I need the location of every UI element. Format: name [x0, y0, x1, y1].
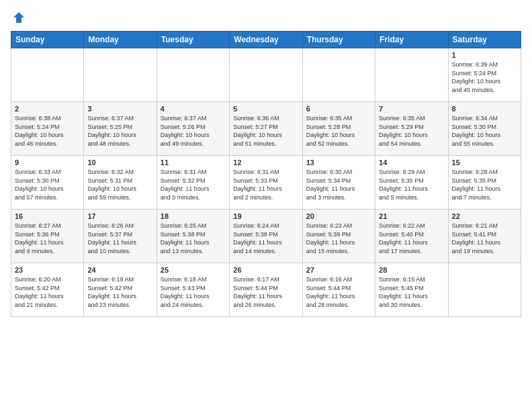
day-info: Sunrise: 6:16 AM Sunset: 5:44 PM Dayligh…	[306, 275, 371, 309]
calendar-week-row: 16Sunrise: 6:27 AM Sunset: 5:36 PM Dayli…	[11, 210, 521, 263]
day-info: Sunrise: 6:26 AM Sunset: 5:37 PM Dayligh…	[87, 222, 152, 255]
day-info: Sunrise: 6:29 AM Sunset: 5:35 PM Dayligh…	[379, 168, 444, 201]
day-number: 24	[87, 266, 152, 274]
day-number: 8	[452, 105, 517, 113]
day-number: 12	[233, 158, 298, 167]
day-number: 4	[161, 105, 226, 113]
calendar-cell: 11Sunrise: 6:31 AM Sunset: 5:32 PM Dayli…	[157, 156, 229, 210]
calendar-cell: 1Sunrise: 6:39 AM Sunset: 5:24 PM Daylig…	[448, 48, 521, 102]
calendar-cell: 5Sunrise: 6:36 AM Sunset: 5:27 PM Daylig…	[230, 102, 302, 156]
calendar-cell	[84, 48, 157, 102]
day-info: Sunrise: 6:31 AM Sunset: 5:33 PM Dayligh…	[233, 168, 298, 201]
day-info: Sunrise: 6:18 AM Sunset: 5:43 PM Dayligh…	[161, 275, 226, 309]
calendar-cell: 23Sunrise: 6:20 AM Sunset: 5:42 PM Dayli…	[11, 263, 84, 317]
calendar-cell: 13Sunrise: 6:30 AM Sunset: 5:34 PM Dayli…	[302, 156, 375, 210]
calendar-cell: 16Sunrise: 6:27 AM Sunset: 5:36 PM Dayli…	[11, 210, 84, 263]
day-number: 20	[306, 212, 371, 220]
calendar-table: SundayMondayTuesdayWednesdayThursdayFrid…	[11, 31, 521, 317]
day-number: 26	[233, 266, 298, 274]
calendar-cell: 7Sunrise: 6:35 AM Sunset: 5:29 PM Daylig…	[375, 102, 448, 156]
weekday-header: Monday	[84, 32, 157, 48]
weekday-header: Tuesday	[157, 32, 229, 48]
day-number: 9	[15, 158, 80, 167]
day-info: Sunrise: 6:22 AM Sunset: 5:40 PM Dayligh…	[379, 222, 444, 255]
day-number: 21	[379, 212, 444, 220]
calendar-week-row: 23Sunrise: 6:20 AM Sunset: 5:42 PM Dayli…	[11, 263, 521, 317]
day-number: 16	[15, 212, 80, 220]
calendar-cell: 19Sunrise: 6:24 AM Sunset: 5:38 PM Dayli…	[230, 210, 302, 263]
calendar-cell: 26Sunrise: 6:17 AM Sunset: 5:44 PM Dayli…	[230, 263, 302, 317]
day-info: Sunrise: 6:34 AM Sunset: 5:30 PM Dayligh…	[452, 114, 517, 148]
calendar-cell	[230, 48, 302, 102]
day-info: Sunrise: 6:17 AM Sunset: 5:44 PM Dayligh…	[233, 275, 298, 309]
weekday-header: Saturday	[448, 32, 521, 48]
calendar-cell: 15Sunrise: 6:28 AM Sunset: 5:35 PM Dayli…	[448, 156, 521, 210]
day-info: Sunrise: 6:33 AM Sunset: 5:30 PM Dayligh…	[15, 168, 80, 201]
calendar-cell: 17Sunrise: 6:26 AM Sunset: 5:37 PM Dayli…	[84, 210, 157, 263]
calendar-cell: 25Sunrise: 6:18 AM Sunset: 5:43 PM Dayli…	[157, 263, 229, 317]
calendar-cell: 2Sunrise: 6:38 AM Sunset: 5:24 PM Daylig…	[11, 102, 84, 156]
day-number: 23	[15, 266, 80, 274]
calendar-cell	[11, 48, 84, 102]
day-number: 13	[306, 158, 371, 167]
day-number: 27	[306, 266, 371, 274]
calendar-cell: 14Sunrise: 6:29 AM Sunset: 5:35 PM Dayli…	[375, 156, 448, 210]
calendar-cell: 12Sunrise: 6:31 AM Sunset: 5:33 PM Dayli…	[230, 156, 302, 210]
day-number: 17	[87, 212, 152, 220]
day-number: 28	[379, 266, 444, 274]
day-number: 22	[452, 212, 517, 220]
day-info: Sunrise: 6:37 AM Sunset: 5:25 PM Dayligh…	[87, 114, 152, 148]
calendar-cell: 4Sunrise: 6:37 AM Sunset: 5:26 PM Daylig…	[157, 102, 229, 156]
day-number: 19	[233, 212, 298, 220]
calendar-cell	[448, 263, 521, 317]
calendar-cell: 21Sunrise: 6:22 AM Sunset: 5:40 PM Dayli…	[375, 210, 448, 263]
calendar-week-row: 9Sunrise: 6:33 AM Sunset: 5:30 PM Daylig…	[11, 156, 521, 210]
day-info: Sunrise: 6:39 AM Sunset: 5:24 PM Dayligh…	[452, 60, 517, 94]
day-info: Sunrise: 6:35 AM Sunset: 5:28 PM Dayligh…	[306, 114, 371, 148]
day-info: Sunrise: 6:32 AM Sunset: 5:31 PM Dayligh…	[87, 168, 152, 201]
calendar-cell: 27Sunrise: 6:16 AM Sunset: 5:44 PM Dayli…	[302, 263, 375, 317]
day-number: 10	[87, 158, 152, 167]
calendar-week-row: 1Sunrise: 6:39 AM Sunset: 5:24 PM Daylig…	[11, 48, 521, 102]
day-info: Sunrise: 6:27 AM Sunset: 5:36 PM Dayligh…	[15, 222, 80, 255]
calendar-cell	[157, 48, 229, 102]
day-number: 15	[452, 158, 517, 167]
weekday-header: Wednesday	[230, 32, 302, 48]
day-number: 5	[233, 105, 298, 113]
day-info: Sunrise: 6:36 AM Sunset: 5:27 PM Dayligh…	[233, 114, 298, 148]
day-info: Sunrise: 6:20 AM Sunset: 5:42 PM Dayligh…	[15, 275, 80, 309]
svg-marker-0	[13, 12, 24, 23]
day-info: Sunrise: 6:21 AM Sunset: 5:41 PM Dayligh…	[452, 222, 517, 255]
day-info: Sunrise: 6:35 AM Sunset: 5:29 PM Dayligh…	[379, 114, 444, 148]
calendar-cell	[302, 48, 375, 102]
calendar-cell: 20Sunrise: 6:23 AM Sunset: 5:39 PM Dayli…	[302, 210, 375, 263]
day-number: 1	[452, 51, 517, 59]
page-header	[11, 11, 521, 24]
calendar-cell: 28Sunrise: 6:15 AM Sunset: 5:45 PM Dayli…	[375, 263, 448, 317]
day-info: Sunrise: 6:19 AM Sunset: 5:42 PM Dayligh…	[87, 275, 152, 309]
weekday-header: Friday	[375, 32, 448, 48]
day-info: Sunrise: 6:25 AM Sunset: 5:38 PM Dayligh…	[161, 222, 226, 255]
day-info: Sunrise: 6:24 AM Sunset: 5:38 PM Dayligh…	[233, 222, 298, 255]
calendar-cell: 10Sunrise: 6:32 AM Sunset: 5:31 PM Dayli…	[84, 156, 157, 210]
day-info: Sunrise: 6:28 AM Sunset: 5:35 PM Dayligh…	[452, 168, 517, 201]
day-info: Sunrise: 6:37 AM Sunset: 5:26 PM Dayligh…	[161, 114, 226, 148]
day-number: 25	[161, 266, 226, 274]
calendar-cell: 18Sunrise: 6:25 AM Sunset: 5:38 PM Dayli…	[157, 210, 229, 263]
calendar-cell: 24Sunrise: 6:19 AM Sunset: 5:42 PM Dayli…	[84, 263, 157, 317]
day-number: 3	[87, 105, 152, 113]
calendar-cell	[375, 48, 448, 102]
calendar-week-row: 2Sunrise: 6:38 AM Sunset: 5:24 PM Daylig…	[11, 102, 521, 156]
weekday-header: Thursday	[302, 32, 375, 48]
day-info: Sunrise: 6:31 AM Sunset: 5:32 PM Dayligh…	[161, 168, 226, 201]
day-info: Sunrise: 6:38 AM Sunset: 5:24 PM Dayligh…	[15, 114, 80, 148]
day-info: Sunrise: 6:15 AM Sunset: 5:45 PM Dayligh…	[379, 275, 444, 309]
day-info: Sunrise: 6:23 AM Sunset: 5:39 PM Dayligh…	[306, 222, 371, 255]
day-number: 14	[379, 158, 444, 167]
logo-icon	[12, 11, 26, 24]
day-number: 11	[161, 158, 226, 167]
calendar-header-row: SundayMondayTuesdayWednesdayThursdayFrid…	[11, 32, 521, 48]
day-number: 2	[15, 105, 80, 113]
day-info: Sunrise: 6:30 AM Sunset: 5:34 PM Dayligh…	[306, 168, 371, 201]
calendar-cell: 6Sunrise: 6:35 AM Sunset: 5:28 PM Daylig…	[302, 102, 375, 156]
